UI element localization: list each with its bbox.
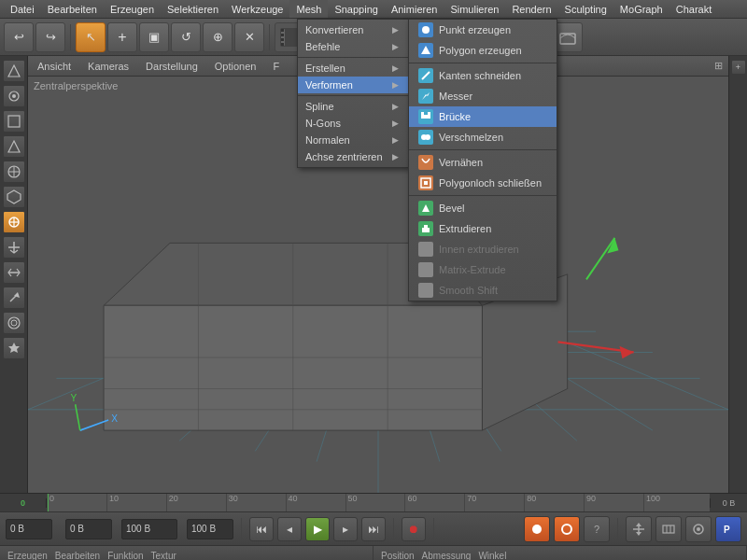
- play-button[interactable]: ▶: [305, 517, 330, 541]
- vp-menu-f[interactable]: F: [269, 61, 283, 72]
- sub-punkt-icon: [418, 22, 433, 37]
- sub-polygonloch[interactable]: Polygonloch schließen: [409, 173, 557, 193]
- record-button[interactable]: ⏺: [402, 517, 426, 541]
- svg-marker-44: [7, 190, 21, 203]
- menu-datei[interactable]: Datei: [4, 0, 41, 18]
- left-tool-10[interactable]: [3, 287, 25, 309]
- coord-button[interactable]: [655, 516, 682, 542]
- sub-kanten[interactable]: Kanten schneiden: [409, 65, 557, 86]
- next-frame-button[interactable]: ▸: [333, 517, 358, 541]
- left-tool-7[interactable]: [3, 211, 25, 233]
- mesh-normalen[interactable]: Normalen ▶: [298, 132, 408, 148]
- svg-marker-54: [8, 343, 20, 353]
- menu-selektieren[interactable]: Selektieren: [161, 0, 225, 18]
- sub-messer[interactable]: Messer: [409, 86, 557, 106]
- record-param-button[interactable]: P: [715, 516, 741, 542]
- vp-menu-darstellung[interactable]: Darstellung: [142, 61, 202, 72]
- tick-10: 10: [106, 494, 119, 511]
- time-field-max[interactable]: 100 B: [187, 519, 233, 539]
- bottom-status: Erzeugen Bearbeiten Funktion Textur Posi…: [0, 545, 747, 560]
- left-tool-6[interactable]: [3, 186, 25, 208]
- sub-verschmelzen[interactable]: Verschmelzen: [409, 127, 557, 147]
- move-button[interactable]: ▣: [139, 22, 169, 52]
- left-tool-5[interactable]: [3, 161, 25, 183]
- svg-rect-39: [8, 116, 20, 127]
- prev-frame-button[interactable]: ◂: [277, 517, 302, 541]
- menu-bearbeiten[interactable]: Bearbeiten: [41, 0, 104, 18]
- delete-button[interactable]: ✕: [234, 22, 264, 52]
- select-button[interactable]: ↖: [76, 22, 106, 52]
- timeline-ruler[interactable]: 0 10 20 30 40 50 60 70 80 90 100: [47, 494, 710, 511]
- status-erzeugen[interactable]: Erzeugen: [7, 551, 48, 560]
- left-tool-12[interactable]: [3, 337, 25, 359]
- go-end-button[interactable]: ⏭: [361, 517, 386, 541]
- left-tool-2[interactable]: [3, 85, 25, 107]
- mesh-ngons[interactable]: N-Gons ▶: [298, 115, 408, 132]
- menu-erzeugen[interactable]: Erzeugen: [104, 0, 161, 18]
- left-tool-1[interactable]: [3, 60, 25, 82]
- vp-menu-kameras[interactable]: Kameras: [84, 61, 133, 72]
- redo-button[interactable]: ↪: [35, 22, 65, 52]
- status-abmessung[interactable]: Abmessung: [422, 551, 472, 560]
- svg-marker-96: [422, 92, 430, 100]
- sub-extrudieren-icon: [418, 221, 433, 236]
- menu-animieren[interactable]: Animieren: [385, 0, 444, 18]
- svg-marker-94: [421, 46, 430, 54]
- undo-button[interactable]: ↩: [4, 22, 34, 52]
- time-field-end[interactable]: 100 B: [121, 519, 177, 539]
- mesh-verformen[interactable]: Verformen ▶: [298, 77, 408, 93]
- left-tool-11[interactable]: [3, 312, 25, 334]
- move-icon-button[interactable]: [626, 516, 652, 542]
- add-button[interactable]: +: [107, 22, 137, 52]
- viewport-expand-button[interactable]: ⊞: [714, 60, 723, 72]
- mesh-achse[interactable]: Achse zentrieren ▶: [298, 148, 408, 165]
- sub-vernaechen[interactable]: Vernähen: [409, 152, 557, 173]
- status-winkel[interactable]: Winkel: [478, 551, 506, 560]
- status-textur[interactable]: Textur: [151, 551, 176, 560]
- svg-text:Y: Y: [71, 391, 78, 403]
- time-field-start[interactable]: 0 B: [65, 519, 112, 539]
- scale-button[interactable]: ⊕: [203, 22, 233, 52]
- status-position[interactable]: Position: [381, 551, 415, 560]
- mesh-erstellen[interactable]: Erstellen ▶: [298, 60, 408, 77]
- menu-rendern[interactable]: Rendern: [505, 0, 557, 18]
- param-button[interactable]: [685, 516, 712, 542]
- autokey-button[interactable]: [554, 516, 580, 542]
- keyframe-button[interactable]: [524, 516, 550, 542]
- timeline-end: 0 B: [710, 498, 747, 508]
- menu-mograph[interactable]: MoGraph: [613, 0, 669, 18]
- left-tool-3[interactable]: [3, 110, 25, 133]
- menu-snapping[interactable]: Snapping: [328, 0, 385, 18]
- menu-simulieren[interactable]: Simulieren: [444, 0, 505, 18]
- right-tool-1[interactable]: +: [731, 60, 746, 75]
- time-field-current[interactable]: 0 B: [6, 519, 52, 539]
- menu-charakt[interactable]: Charakt: [669, 0, 719, 18]
- sub-extrudieren[interactable]: Extrudieren: [409, 218, 557, 239]
- mesh-befehle[interactable]: Befehle ▶: [298, 38, 408, 55]
- mesh-spline[interactable]: Spline ▶: [298, 98, 408, 115]
- sub-punkt[interactable]: Punkt erzeugen: [409, 20, 557, 40]
- menu-werkzeuge[interactable]: Werkzeuge: [225, 0, 289, 18]
- rotate-button[interactable]: ↺: [171, 22, 201, 52]
- vp-menu-ansicht[interactable]: Ansicht: [34, 61, 75, 72]
- mesh-menu: Konvertieren ▶ Befehle ▶ Erstellen ▶ Ver…: [297, 19, 409, 168]
- mesh-konvertieren[interactable]: Konvertieren ▶: [298, 21, 408, 38]
- menu-mesh[interactable]: Mesh: [289, 0, 328, 18]
- left-tool-8[interactable]: [3, 236, 25, 259]
- vp-menu-optionen[interactable]: Optionen: [211, 61, 261, 72]
- tick-90: 90: [584, 494, 596, 511]
- transport-sep-3: [433, 518, 434, 540]
- sub-bruecke[interactable]: Brücke: [409, 106, 557, 127]
- left-tool-9[interactable]: [3, 261, 25, 284]
- question-button[interactable]: ?: [584, 516, 610, 542]
- sub-polygon[interactable]: Polygon erzeugen: [409, 40, 557, 61]
- go-start-button[interactable]: ⏮: [249, 517, 274, 541]
- left-tool-4[interactable]: [3, 135, 25, 158]
- status-funktion[interactable]: Funktion: [107, 551, 143, 560]
- svg-rect-35: [560, 34, 575, 44]
- submenu: Punkt erzeugen Polygon erzeugen Kanten s…: [408, 19, 557, 301]
- menu-sculpting[interactable]: Sculpting: [558, 0, 613, 18]
- sub-bevel[interactable]: Bevel: [409, 198, 557, 218]
- status-bearbeiten[interactable]: Bearbeiten: [55, 551, 100, 560]
- svg-rect-113: [663, 525, 674, 533]
